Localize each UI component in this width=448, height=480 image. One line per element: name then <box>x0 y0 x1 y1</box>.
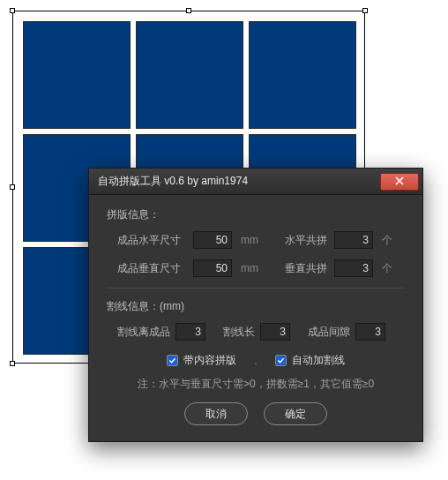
auto-imposition-dialog: 自动拼版工具 v0.6 by amin1974 拼版信息： 成品水平尺寸 mm … <box>88 168 423 442</box>
check-icon <box>167 355 178 366</box>
unit-mm: mm <box>241 234 258 246</box>
tile <box>249 21 356 129</box>
dialog-title: 自动拼版工具 v0.6 by amin1974 <box>98 174 248 189</box>
input-v-count[interactable] <box>334 259 373 277</box>
dialog-titlebar[interactable]: 自动拼版工具 v0.6 by amin1974 <box>89 169 422 195</box>
label-cut-length: 割线长 <box>223 325 255 340</box>
tile <box>136 21 243 129</box>
close-icon <box>395 176 404 188</box>
cutline-section-label: 割线信息：(mm) <box>107 299 405 314</box>
check-icon <box>275 355 287 366</box>
button-row: 取消 确定 <box>107 402 405 425</box>
ok-button[interactable]: 确定 <box>264 402 327 425</box>
unit-mm: mm <box>241 262 258 274</box>
label-h-count: 水平共拼 <box>278 233 327 248</box>
cancel-button[interactable]: 取消 <box>184 402 248 425</box>
label-cut-offset: 割线离成品 <box>117 325 170 340</box>
label-gap: 成品间隙 <box>308 325 350 340</box>
resize-handle-bl[interactable] <box>10 361 15 366</box>
input-gap[interactable] <box>355 323 385 341</box>
imposition-section-label: 拼版信息： <box>107 207 405 222</box>
unit-ge: 个 <box>382 261 392 276</box>
input-h-count[interactable] <box>334 231 373 249</box>
resize-handle-tr[interactable] <box>362 8 368 13</box>
input-h-size[interactable] <box>193 231 232 249</box>
unit-ge: 个 <box>382 233 392 248</box>
checkbox-row: 带内容拼版 . 自动加割线 <box>107 353 405 368</box>
row-cutline: 割线离成品 割线长 成品间隙 <box>107 323 405 341</box>
resize-handle-tm[interactable] <box>186 8 191 13</box>
separator-dot: . <box>254 355 257 367</box>
row-vertical-size: 成品垂直尺寸 mm 垂直共拼 个 <box>107 259 405 277</box>
tile <box>23 21 131 129</box>
label-h-size: 成品水平尺寸 <box>117 233 186 248</box>
note-text: 注：水平与垂直尺寸需>0，拼数需≥1，其它值需≥0 <box>107 377 405 392</box>
input-v-size[interactable] <box>193 259 232 277</box>
checkbox-label: 带内容拼版 <box>183 353 236 368</box>
section-divider <box>107 288 405 289</box>
checkbox-with-content[interactable]: 带内容拼版 <box>167 353 236 368</box>
dialog-body: 拼版信息： 成品水平尺寸 mm 水平共拼 个 成品垂直尺寸 mm 垂直共拼 个 … <box>89 195 422 441</box>
resize-handle-tl[interactable] <box>10 8 15 13</box>
row-horizontal-size: 成品水平尺寸 mm 水平共拼 个 <box>107 231 405 249</box>
label-v-size: 成品垂直尺寸 <box>117 261 186 276</box>
checkbox-auto-cutline[interactable]: 自动加割线 <box>275 353 345 368</box>
close-button[interactable] <box>380 173 419 191</box>
input-cut-offset[interactable] <box>175 323 205 341</box>
label-v-count: 垂直共拼 <box>278 261 327 276</box>
resize-handle-ml[interactable] <box>10 184 15 190</box>
checkbox-label: 自动加割线 <box>292 353 345 368</box>
input-cut-length[interactable] <box>260 323 290 341</box>
